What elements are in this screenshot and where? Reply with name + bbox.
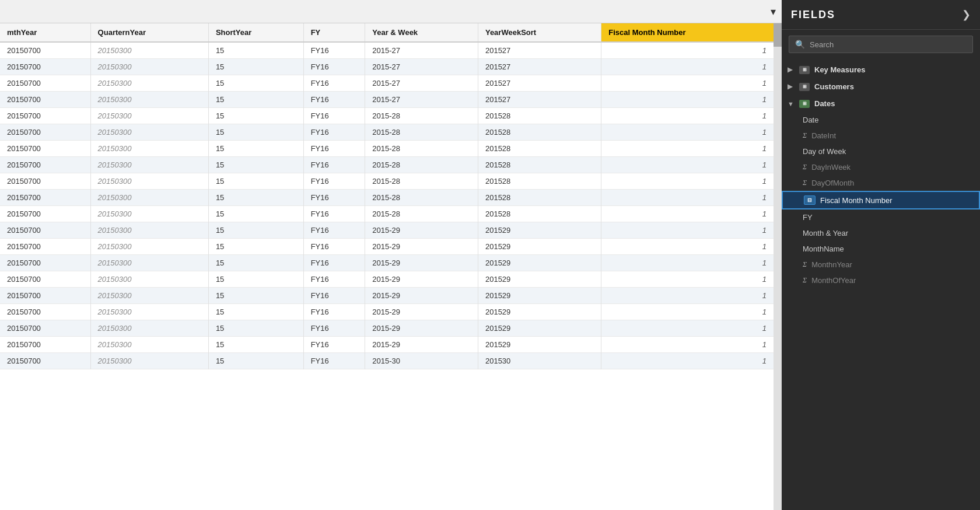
col-header-monthnYear[interactable]: mthYear: [0, 23, 90, 42]
col-header-fiscalMonthNumber[interactable]: Fiscal Month Number: [601, 23, 774, 42]
col-header-yearWeek[interactable]: Year & Week: [365, 23, 478, 42]
table-row: 201507002015030015FY162015-292015291: [0, 288, 774, 304]
sidebar-field-monthnYear[interactable]: ΣMonthnYear: [782, 257, 980, 273]
sidebar-item-customers[interactable]: ▶⊞Customers: [782, 78, 980, 95]
col-header-quarternYear[interactable]: QuarternYear: [90, 23, 208, 42]
table-row: 201507002015030015FY162015-282015281: [0, 141, 774, 157]
scrollbar-thumb[interactable]: [774, 23, 782, 47]
table-row: 201507002015030015FY162015-282015281: [0, 157, 774, 173]
expand-arrow-icon: ▶: [788, 66, 796, 74]
field-label: MonthName: [803, 244, 844, 253]
table-row: 201507002015030015FY162015-292015291: [0, 239, 774, 255]
fields-list: ▶⊞Key Measures▶⊞Customers▼⊞DatesDateΣDat…: [782, 59, 980, 510]
sidebar-field-dateint[interactable]: ΣDateInt: [782, 128, 980, 144]
fields-sidebar: FIELDS ❯ 🔍 ▶⊞Key Measures▶⊞Customers▼⊞Da…: [782, 0, 980, 510]
table-header-row: mthYearQuarternYearShortYearFYYear & Wee…: [0, 23, 774, 42]
sidebar-item-key-measures[interactable]: ▶⊞Key Measures: [782, 61, 980, 78]
field-label: FY: [803, 213, 813, 222]
sigma-icon: Σ: [803, 179, 807, 187]
table-row: 201507002015030015FY162015-292015291: [0, 320, 774, 337]
table-row: 201507002015030015FY162015-272015271: [0, 92, 774, 108]
field-label: Date: [803, 116, 818, 124]
table-row: 201507002015030015FY162015-292015291: [0, 255, 774, 271]
sidebar-item-label: Customers: [814, 82, 854, 91]
sidebar-expand-icon[interactable]: ❯: [962, 8, 971, 21]
table-icon: ⊞: [799, 83, 810, 91]
fiscal-icon: ⊟: [804, 195, 816, 205]
table-row: 201507002015030015FY162015-282015281: [0, 173, 774, 190]
sigma-icon: Σ: [803, 131, 807, 140]
table-row: 201507002015030015FY162015-272015271: [0, 42, 774, 59]
col-header-yearWeekSort[interactable]: YearWeekSort: [478, 23, 601, 42]
sidebar-field-monthname[interactable]: MonthName: [782, 241, 980, 257]
table-top-bar: ▾: [0, 0, 782, 23]
table-icon: ⊞: [799, 66, 810, 74]
sigma-icon: Σ: [803, 260, 807, 269]
sigma-icon: Σ: [803, 163, 807, 172]
field-label: Fiscal Month Number: [820, 196, 892, 205]
table-body: 201507002015030015FY162015-2720152712015…: [0, 42, 774, 369]
table-row: 201507002015030015FY162015-272015271: [0, 59, 774, 75]
search-input[interactable]: [810, 40, 967, 49]
table-row: 201507002015030015FY162015-302015301: [0, 353, 774, 369]
col-header-fy[interactable]: FY: [303, 23, 365, 42]
field-label: MonthnYear: [811, 260, 852, 269]
table-row: 201507002015030015FY162015-292015291: [0, 337, 774, 353]
sidebar-field-dayofmonth[interactable]: ΣDayOfMonth: [782, 175, 980, 191]
field-label: MonthOfYear: [811, 276, 856, 285]
collapse-icon[interactable]: ▾: [771, 5, 776, 18]
table-row: 201507002015030015FY162015-282015281: [0, 108, 774, 124]
table-expanded-icon: ⊞: [799, 100, 810, 108]
table-row: 201507002015030015FY162015-272015271: [0, 75, 774, 92]
sidebar-field-fy[interactable]: FY: [782, 209, 980, 225]
sidebar-item-label: Dates: [814, 99, 835, 108]
table-row: 201507002015030015FY162015-292015291: [0, 222, 774, 239]
field-label: DayOfMonth: [811, 179, 854, 187]
table-scrollbar[interactable]: [774, 23, 782, 510]
col-header-shortYear[interactable]: ShortYear: [208, 23, 303, 42]
data-table: mthYearQuarternYearShortYearFYYear & Wee…: [0, 23, 774, 369]
sidebar-header: FIELDS ❯: [782, 0, 980, 30]
table-row: 201507002015030015FY162015-292015291: [0, 304, 774, 320]
search-icon: 🔍: [795, 40, 805, 49]
sigma-icon: Σ: [803, 276, 807, 285]
search-box[interactable]: 🔍: [789, 36, 973, 53]
sidebar-item-label: Key Measures: [814, 65, 865, 74]
field-label: DateInt: [811, 131, 836, 140]
sidebar-field-month-year[interactable]: Month & Year: [782, 225, 980, 241]
sidebar-title: FIELDS: [791, 9, 835, 21]
table-row: 201507002015030015FY162015-292015291: [0, 271, 774, 288]
sidebar-field-day-of-week[interactable]: Day of Week: [782, 144, 980, 159]
table-row: 201507002015030015FY162015-282015281: [0, 124, 774, 141]
expand-arrow-icon: ▼: [788, 100, 796, 107]
sidebar-field-date[interactable]: Date: [782, 112, 980, 128]
sidebar-field-fiscal-month-number[interactable]: ⊟Fiscal Month Number: [782, 191, 980, 209]
sidebar-item-dates[interactable]: ▼⊞Dates: [782, 95, 980, 112]
sidebar-field-monthofyear[interactable]: ΣMonthOfYear: [782, 273, 980, 288]
table-wrapper[interactable]: mthYearQuarternYearShortYearFYYear & Wee…: [0, 23, 774, 510]
sidebar-field-dayinweek[interactable]: ΣDayInWeek: [782, 159, 980, 175]
field-label: Day of Week: [803, 147, 846, 156]
expand-arrow-icon: ▶: [788, 83, 796, 90]
field-label: DayInWeek: [811, 163, 850, 172]
main-table-area: ▾ mthYearQuarternYearShortYearFYYear & W…: [0, 0, 782, 510]
table-row: 201507002015030015FY162015-282015281: [0, 206, 774, 222]
field-label: Month & Year: [803, 229, 848, 237]
table-row: 201507002015030015FY162015-282015281: [0, 190, 774, 206]
